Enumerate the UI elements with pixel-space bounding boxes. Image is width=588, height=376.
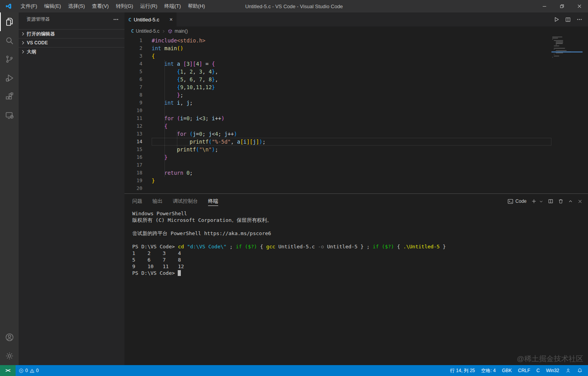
line-content: } bbox=[152, 177, 551, 184]
code-line[interactable]: 15 printf("\n"); bbox=[124, 146, 551, 153]
code-line[interactable]: 4 int a [3][4] = { bbox=[124, 60, 551, 68]
terminal-line: 5 6 7 8 bbox=[132, 257, 588, 263]
panel-tab-输出[interactable]: 输出 bbox=[152, 194, 163, 209]
code-line[interactable]: 18 return 0; bbox=[124, 169, 551, 177]
notifications-bell-icon[interactable] bbox=[574, 365, 586, 376]
activity-account[interactable] bbox=[0, 328, 19, 346]
panel-tab-问题[interactable]: 问题 bbox=[132, 194, 142, 209]
code-line[interactable]: 7 {9,10,11,12} bbox=[124, 83, 551, 91]
close-tab-icon[interactable]: × bbox=[170, 17, 173, 22]
more-editor-actions-icon[interactable] bbox=[576, 16, 583, 23]
status-eol[interactable]: CRLF bbox=[515, 365, 533, 376]
menu-item[interactable]: 帮助(H) bbox=[184, 0, 208, 12]
code-line[interactable]: 1#include<stdio.h> bbox=[124, 37, 551, 44]
new-terminal-icon[interactable] bbox=[531, 199, 537, 204]
menu-item[interactable]: 查看(V) bbox=[88, 0, 112, 12]
minimize-icon[interactable] bbox=[536, 0, 553, 12]
code-line[interactable]: 2int main() bbox=[124, 44, 551, 52]
c-file-icon: C bbox=[128, 17, 131, 23]
code-lines: 1#include<stdio.h>2int main()3{4 int a [… bbox=[124, 37, 551, 192]
more-actions-icon[interactable] bbox=[113, 16, 119, 23]
sidebar-section-2[interactable]: VS CODE bbox=[19, 38, 124, 47]
activity-remote-explorer[interactable] bbox=[0, 106, 19, 125]
sidebar-section-1[interactable]: 打开的编辑器 bbox=[19, 29, 124, 38]
status-indentation[interactable]: 空格: 4 bbox=[478, 365, 499, 376]
activity-explorer[interactable] bbox=[0, 12, 19, 31]
line-number: 2 bbox=[124, 44, 142, 52]
code-line[interactable]: 6 {5, 6, 7, 8}, bbox=[124, 76, 551, 83]
run-button[interactable] bbox=[553, 16, 560, 23]
symbol-method-icon bbox=[168, 29, 173, 34]
status-platform[interactable]: Win32 bbox=[543, 365, 562, 376]
terminal-line: 版权所有 (C) Microsoft Corporation。保留所有权利。 bbox=[132, 217, 588, 223]
breadcrumb-file[interactable]: Untitled-5.c bbox=[136, 28, 159, 34]
menu-item[interactable]: 文件(F) bbox=[17, 0, 41, 12]
code-line[interactable]: 17 bbox=[124, 161, 551, 169]
activity-source-control[interactable] bbox=[0, 50, 19, 69]
kill-terminal-icon[interactable] bbox=[558, 199, 564, 204]
line-content: return 0; bbox=[152, 169, 551, 177]
code-line[interactable]: 20 bbox=[124, 184, 551, 192]
code-line[interactable]: 3{ bbox=[124, 52, 551, 60]
restore-icon[interactable] bbox=[553, 0, 570, 12]
maximize-panel-icon[interactable] bbox=[568, 199, 573, 204]
code-line[interactable]: 13 for (j=0; j<4; j++) bbox=[124, 130, 551, 138]
sidebar-title: 资源管理器 bbox=[26, 16, 50, 23]
code-line[interactable]: 19} bbox=[124, 177, 551, 184]
shell-picker[interactable]: Code bbox=[508, 199, 527, 204]
chevron-right-icon bbox=[20, 49, 26, 54]
feedback-icon[interactable] bbox=[562, 365, 574, 376]
sidebar-section-3[interactable]: 大纲 bbox=[19, 47, 124, 56]
panel-tab-调试控制台[interactable]: 调试控制台 bbox=[173, 194, 198, 209]
problems-status[interactable]: 0 0 bbox=[16, 365, 42, 376]
status-language-mode[interactable]: C bbox=[533, 365, 543, 376]
line-content: printf("%-5d", a[i][j]); bbox=[152, 138, 551, 146]
code-line[interactable]: 10 bbox=[124, 107, 551, 114]
minimap[interactable] bbox=[551, 37, 583, 61]
chevron-down-icon[interactable] bbox=[539, 199, 543, 204]
title-bar: 文件(F)编辑(E)选择(S)查看(V)转到(G)运行(R)终端(T)帮助(H)… bbox=[0, 0, 588, 12]
status-cursor-position[interactable]: 行 14, 列 25 bbox=[447, 365, 478, 376]
menu-item[interactable]: 终端(T) bbox=[161, 0, 184, 12]
status-bar: >< 0 0 行 14, 列 25空格: 4GBKCRLFCWin32 bbox=[0, 365, 588, 376]
activity-extensions[interactable] bbox=[0, 87, 19, 106]
code-line[interactable]: 12 { bbox=[124, 122, 551, 130]
sidebar-sections: 打开的编辑器VS CODE大纲 bbox=[19, 29, 124, 56]
menu-item[interactable]: 选择(S) bbox=[65, 0, 88, 12]
code-line[interactable]: 16 } bbox=[124, 153, 551, 161]
line-number: 8 bbox=[124, 91, 142, 99]
terminal-line: 1 2 3 4 bbox=[132, 250, 588, 257]
split-editor-icon[interactable] bbox=[565, 17, 571, 23]
terminal-output[interactable]: Windows PowerShell版权所有 (C) Microsoft Cor… bbox=[124, 209, 588, 365]
activity-search[interactable] bbox=[0, 31, 19, 50]
code-line[interactable]: 14 printf("%-5d", a[i][j]); bbox=[124, 138, 551, 146]
breadcrumb-symbol[interactable]: main() bbox=[175, 28, 188, 34]
close-window-icon[interactable] bbox=[570, 0, 588, 12]
search-icon bbox=[5, 36, 14, 46]
panel-tab-终端[interactable]: 终端 bbox=[208, 194, 218, 209]
code-line[interactable]: 11 for (i=0; i<3; i++) bbox=[124, 114, 551, 122]
menu-item[interactable]: 转到(G) bbox=[112, 0, 137, 12]
extensions-icon bbox=[5, 92, 14, 101]
activity-run-debug[interactable] bbox=[0, 69, 19, 87]
status-encoding[interactable]: GBK bbox=[499, 365, 515, 376]
settings-icon bbox=[5, 351, 14, 361]
line-number: 19 bbox=[124, 177, 142, 184]
line-number: 1 bbox=[124, 37, 142, 44]
minimap-line bbox=[554, 46, 559, 46]
remote-indicator[interactable]: >< bbox=[0, 365, 16, 376]
line-content: #include<stdio.h> bbox=[152, 37, 551, 44]
code-line[interactable]: 5 {1, 2, 3, 4}, bbox=[124, 68, 551, 76]
warning-icon bbox=[30, 368, 35, 373]
activity-bar bbox=[0, 12, 19, 365]
code-line[interactable]: 8 }; bbox=[124, 91, 551, 99]
code-line[interactable]: 9 int i, j; bbox=[124, 99, 551, 107]
code-editor[interactable]: 1#include<stdio.h>2int main()3{4 int a [… bbox=[124, 36, 588, 193]
menu-item[interactable]: 运行(R) bbox=[136, 0, 161, 12]
menu-item[interactable]: 编辑(E) bbox=[41, 0, 65, 12]
split-terminal-icon[interactable] bbox=[548, 199, 553, 204]
close-panel-icon[interactable] bbox=[578, 199, 583, 204]
tab-untitled-5c[interactable]: C Untitled-5.c × bbox=[124, 12, 177, 26]
line-content: {9,10,11,12} bbox=[152, 83, 551, 91]
activity-settings[interactable] bbox=[0, 346, 19, 365]
